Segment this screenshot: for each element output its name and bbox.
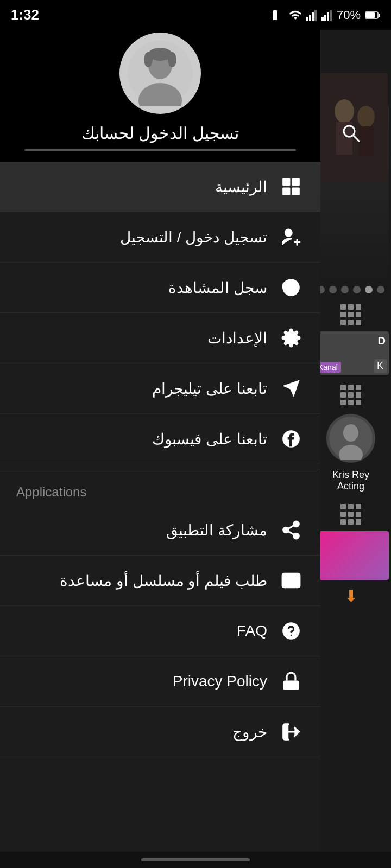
grid-view-button-1[interactable] [311, 300, 391, 329]
svg-rect-0 [273, 10, 277, 20]
svg-rect-2 [309, 15, 311, 21]
menu-item-telegram[interactable]: تابعنا على تيليجرام [0, 363, 320, 414]
right-panel-content: Kanal D K Kris ReyActing ⬇ [311, 30, 391, 610]
privacy-label: Privacy Policy [173, 673, 267, 690]
telegram-icon [278, 375, 304, 401]
kanal-card[interactable]: Kanal D K [313, 331, 389, 375]
actor-avatar [329, 417, 373, 460]
menu-item-home[interactable]: الرئيسية [0, 162, 320, 212]
k-label: K [374, 359, 387, 373]
signal-icon [306, 9, 317, 21]
home-icon [278, 174, 304, 200]
svg-point-36 [285, 229, 292, 237]
svg-rect-47 [283, 680, 299, 690]
status-icons: 70% [272, 8, 380, 22]
share-icon [278, 517, 304, 543]
status-bar: 1:32 70% [0, 0, 391, 30]
menu-section: الرئيسية تسجيل دخول / التسجيل [0, 162, 320, 868]
history-label: سجل المشاهدة [168, 279, 267, 297]
svg-line-13 [353, 135, 360, 142]
svg-rect-7 [327, 12, 329, 21]
svg-rect-31 [292, 188, 300, 195]
svg-rect-6 [324, 15, 326, 21]
svg-rect-5 [321, 17, 324, 21]
svg-rect-29 [292, 178, 300, 186]
actor-card[interactable] [326, 414, 375, 463]
dot-3 [341, 286, 349, 293]
menu-item-request[interactable]: طلب فيلم أو مسلسل أو مساعدة [0, 556, 320, 606]
navigation-pill [141, 858, 250, 861]
svg-point-26 [144, 52, 153, 67]
menu-item-logout[interactable]: خروج [0, 707, 320, 757]
login-label: تسجيل دخول / التسجيل [120, 228, 267, 246]
menu-item-privacy[interactable]: Privacy Policy [0, 656, 320, 707]
menu-item-share[interactable]: مشاركة التطبيق [0, 505, 320, 556]
svg-rect-8 [330, 10, 332, 21]
grid-view-button-2[interactable] [311, 380, 391, 410]
svg-rect-4 [314, 10, 317, 21]
profile-divider [24, 149, 296, 151]
telegram-label: تابعنا على تيليجرام [152, 380, 267, 398]
svg-line-42 [288, 531, 294, 534]
profile-name-container: تسجيل الدخول لحسابك [16, 124, 304, 151]
battery-percentage: 70% [337, 8, 361, 22]
svg-rect-30 [282, 188, 290, 195]
menu-item-history[interactable]: سجل المشاهدة [0, 263, 320, 313]
svg-point-46 [291, 635, 292, 636]
search-icon [340, 122, 362, 144]
actor-name: Kris ReyActing [311, 467, 391, 494]
avatar-image [128, 41, 193, 106]
svg-point-27 [168, 52, 176, 67]
svg-point-20 [343, 424, 358, 442]
history-icon [278, 275, 304, 301]
help-icon [278, 618, 304, 644]
logout-icon [278, 719, 304, 745]
dot-4 [353, 286, 361, 293]
svg-rect-11 [379, 14, 380, 17]
section-divider [0, 469, 320, 469]
dot-6 [377, 286, 384, 293]
carousel-dots [311, 279, 391, 300]
search-button[interactable] [335, 117, 367, 149]
facebook-icon [278, 426, 304, 452]
lock-icon [278, 668, 304, 694]
settings-label: الإعدادات [207, 329, 267, 347]
status-time: 1:32 [11, 7, 39, 23]
svg-rect-1 [306, 17, 308, 21]
dot-5 [365, 286, 373, 293]
d-label: D [378, 335, 386, 347]
drawer: تسجيل الدخول لحسابك الرئيسية [0, 0, 320, 868]
share-label: مشاركة التطبيق [166, 521, 267, 539]
avatar[interactable] [119, 33, 201, 114]
gear-icon [278, 325, 304, 351]
facebook-label: تابعنا على فيسبوك [152, 430, 267, 448]
menu-item-facebook[interactable]: تابعنا على فيسبوك [0, 414, 320, 464]
svg-rect-3 [312, 12, 314, 21]
battery-icon [365, 11, 380, 20]
dot-2 [329, 286, 337, 293]
faq-label: FAQ [237, 622, 267, 640]
featured-card[interactable] [313, 531, 389, 580]
applications-section-label: Applications [0, 474, 320, 505]
sim-icon [272, 9, 285, 22]
logout-label: خروج [232, 723, 267, 741]
svg-rect-10 [365, 12, 375, 18]
grid-view-button-3[interactable] [311, 500, 391, 529]
request-label: طلب فيلم أو مسلسل أو مساعدة [60, 572, 267, 590]
menu-item-settings[interactable]: الإعدادات [0, 313, 320, 363]
email-icon [278, 567, 304, 593]
menu-item-faq[interactable]: FAQ [0, 606, 320, 656]
menu-item-login[interactable]: تسجيل دخول / التسجيل [0, 212, 320, 263]
svg-rect-28 [282, 178, 290, 186]
bottom-bar [0, 852, 391, 868]
signal2-icon [321, 9, 332, 21]
svg-line-43 [288, 525, 294, 528]
wifi-icon [289, 9, 302, 22]
download-button[interactable]: ⬇ [311, 582, 391, 610]
user-plus-icon [278, 224, 304, 250]
login-text[interactable]: تسجيل الدخول لحسابك [81, 124, 239, 143]
home-label: الرئيسية [215, 178, 267, 196]
